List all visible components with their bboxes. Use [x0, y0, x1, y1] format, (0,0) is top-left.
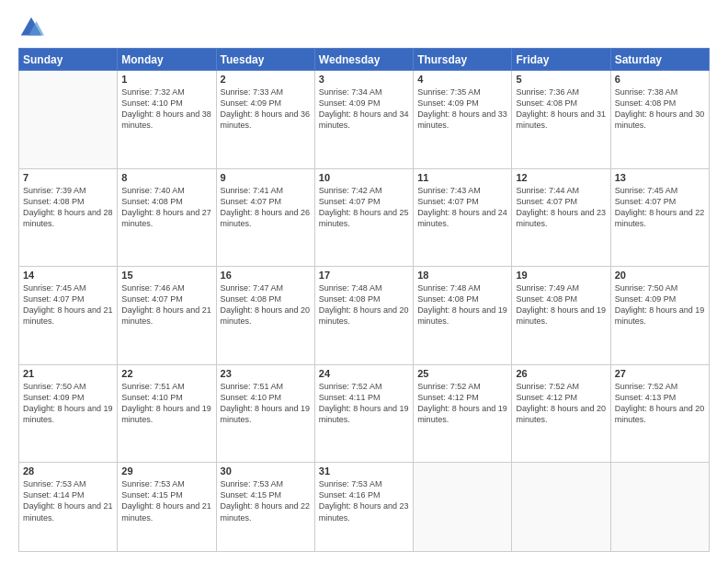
calendar-cell: 21Sunrise: 7:50 AMSunset: 4:09 PMDayligh… — [19, 364, 118, 463]
week-row-4: 21Sunrise: 7:50 AMSunset: 4:09 PMDayligh… — [19, 364, 710, 463]
day-number: 25 — [417, 368, 507, 379]
calendar-table: SundayMondayTuesdayWednesdayThursdayFrid… — [18, 48, 710, 552]
calendar-cell: 18Sunrise: 7:48 AMSunset: 4:08 PMDayligh… — [414, 267, 512, 365]
calendar-header-row: SundayMondayTuesdayWednesdayThursdayFrid… — [19, 49, 710, 71]
calendar-cell — [19, 71, 118, 169]
calendar-cell: 10Sunrise: 7:42 AMSunset: 4:07 PMDayligh… — [314, 168, 413, 267]
day-number: 30 — [221, 465, 311, 477]
calendar-cell: 29Sunrise: 7:53 AMSunset: 4:15 PMDayligh… — [118, 463, 216, 552]
calendar-cell: 7Sunrise: 7:39 AMSunset: 4:08 PMDaylight… — [19, 168, 118, 267]
day-number: 21 — [23, 368, 113, 379]
day-header-thursday: Thursday — [414, 49, 512, 71]
cell-info: Sunrise: 7:53 AMSunset: 4:16 PMDaylight:… — [319, 478, 409, 523]
day-number: 10 — [319, 172, 409, 183]
day-number: 28 — [23, 465, 113, 477]
day-header-sunday: Sunday — [19, 49, 118, 71]
cell-info: Sunrise: 7:52 AMSunset: 4:12 PMDaylight:… — [417, 381, 507, 426]
calendar-cell: 13Sunrise: 7:45 AMSunset: 4:07 PMDayligh… — [610, 168, 709, 267]
calendar-cell: 6Sunrise: 7:38 AMSunset: 4:08 PMDaylight… — [610, 71, 709, 169]
day-header-wednesday: Wednesday — [314, 49, 413, 71]
cell-info: Sunrise: 7:44 AMSunset: 4:07 PMDaylight:… — [516, 185, 606, 230]
cell-info: Sunrise: 7:43 AMSunset: 4:07 PMDaylight:… — [417, 185, 507, 230]
calendar-cell: 22Sunrise: 7:51 AMSunset: 4:10 PMDayligh… — [118, 364, 216, 463]
calendar-cell: 2Sunrise: 7:33 AMSunset: 4:09 PMDaylight… — [216, 71, 314, 169]
calendar-cell: 27Sunrise: 7:52 AMSunset: 4:13 PMDayligh… — [610, 364, 709, 463]
day-number: 4 — [417, 74, 507, 85]
day-number: 5 — [516, 74, 606, 85]
cell-info: Sunrise: 7:38 AMSunset: 4:08 PMDaylight:… — [615, 86, 705, 132]
calendar-cell: 23Sunrise: 7:51 AMSunset: 4:10 PMDayligh… — [216, 364, 314, 463]
calendar-cell: 28Sunrise: 7:53 AMSunset: 4:14 PMDayligh… — [19, 463, 118, 552]
cell-info: Sunrise: 7:32 AMSunset: 4:10 PMDaylight:… — [121, 86, 211, 132]
cell-info: Sunrise: 7:39 AMSunset: 4:08 PMDaylight:… — [23, 185, 113, 230]
calendar-cell — [414, 463, 512, 552]
day-number: 20 — [615, 270, 705, 281]
calendar-cell: 17Sunrise: 7:48 AMSunset: 4:08 PMDayligh… — [314, 267, 413, 365]
calendar-cell: 3Sunrise: 7:34 AMSunset: 4:09 PMDaylight… — [314, 71, 413, 169]
cell-info: Sunrise: 7:45 AMSunset: 4:07 PMDaylight:… — [23, 282, 113, 327]
day-number: 17 — [319, 270, 409, 281]
day-number: 26 — [516, 368, 606, 379]
page: SundayMondayTuesdayWednesdayThursdayFrid… — [0, 0, 728, 563]
day-number: 11 — [417, 172, 507, 183]
calendar-cell: 26Sunrise: 7:52 AMSunset: 4:12 PMDayligh… — [512, 364, 610, 463]
day-number: 6 — [615, 74, 705, 85]
week-row-3: 14Sunrise: 7:45 AMSunset: 4:07 PMDayligh… — [19, 267, 710, 365]
calendar-cell: 9Sunrise: 7:41 AMSunset: 4:07 PMDaylight… — [216, 168, 314, 267]
calendar-cell: 12Sunrise: 7:44 AMSunset: 4:07 PMDayligh… — [512, 168, 610, 267]
day-number: 24 — [319, 368, 409, 379]
calendar-cell: 11Sunrise: 7:43 AMSunset: 4:07 PMDayligh… — [414, 168, 512, 267]
calendar-cell: 8Sunrise: 7:40 AMSunset: 4:08 PMDaylight… — [118, 168, 216, 267]
cell-info: Sunrise: 7:36 AMSunset: 4:08 PMDaylight:… — [516, 86, 606, 132]
day-number: 9 — [221, 172, 311, 183]
day-number: 8 — [121, 172, 211, 183]
calendar-cell — [610, 463, 709, 552]
day-number: 13 — [615, 172, 705, 183]
week-row-1: 1Sunrise: 7:32 AMSunset: 4:10 PMDaylight… — [19, 71, 710, 169]
day-number: 18 — [417, 270, 507, 281]
cell-info: Sunrise: 7:47 AMSunset: 4:08 PMDaylight:… — [221, 282, 311, 327]
cell-info: Sunrise: 7:48 AMSunset: 4:08 PMDaylight:… — [417, 282, 507, 327]
cell-info: Sunrise: 7:40 AMSunset: 4:08 PMDaylight:… — [121, 185, 211, 230]
logo — [18, 15, 48, 40]
day-number: 15 — [121, 270, 211, 281]
calendar-cell: 24Sunrise: 7:52 AMSunset: 4:11 PMDayligh… — [314, 364, 413, 463]
cell-info: Sunrise: 7:53 AMSunset: 4:15 PMDaylight:… — [121, 478, 211, 523]
calendar-cell: 16Sunrise: 7:47 AMSunset: 4:08 PMDayligh… — [216, 267, 314, 365]
calendar-cell — [512, 463, 610, 552]
calendar-cell: 4Sunrise: 7:35 AMSunset: 4:09 PMDaylight… — [414, 71, 512, 169]
day-number: 12 — [516, 172, 606, 183]
calendar-cell: 14Sunrise: 7:45 AMSunset: 4:07 PMDayligh… — [19, 267, 118, 365]
day-number: 31 — [319, 465, 409, 477]
cell-info: Sunrise: 7:42 AMSunset: 4:07 PMDaylight:… — [319, 185, 409, 230]
cell-info: Sunrise: 7:53 AMSunset: 4:15 PMDaylight:… — [221, 478, 311, 523]
cell-info: Sunrise: 7:52 AMSunset: 4:12 PMDaylight:… — [516, 381, 606, 426]
cell-info: Sunrise: 7:53 AMSunset: 4:14 PMDaylight:… — [23, 478, 113, 523]
cell-info: Sunrise: 7:48 AMSunset: 4:08 PMDaylight:… — [319, 282, 409, 327]
cell-info: Sunrise: 7:49 AMSunset: 4:08 PMDaylight:… — [516, 282, 606, 327]
day-number: 14 — [23, 270, 113, 281]
day-number: 7 — [23, 172, 113, 183]
calendar-cell: 31Sunrise: 7:53 AMSunset: 4:16 PMDayligh… — [314, 463, 413, 552]
calendar-cell: 25Sunrise: 7:52 AMSunset: 4:12 PMDayligh… — [414, 364, 512, 463]
cell-info: Sunrise: 7:46 AMSunset: 4:07 PMDaylight:… — [121, 282, 211, 327]
calendar-cell: 19Sunrise: 7:49 AMSunset: 4:08 PMDayligh… — [512, 267, 610, 365]
cell-info: Sunrise: 7:51 AMSunset: 4:10 PMDaylight:… — [221, 381, 311, 426]
day-number: 1 — [121, 74, 211, 85]
cell-info: Sunrise: 7:33 AMSunset: 4:09 PMDaylight:… — [221, 86, 311, 132]
week-row-5: 28Sunrise: 7:53 AMSunset: 4:14 PMDayligh… — [19, 463, 710, 552]
day-number: 27 — [615, 368, 705, 379]
cell-info: Sunrise: 7:35 AMSunset: 4:09 PMDaylight:… — [417, 86, 507, 132]
day-number: 19 — [516, 270, 606, 281]
calendar-cell: 30Sunrise: 7:53 AMSunset: 4:15 PMDayligh… — [216, 463, 314, 552]
calendar-cell: 1Sunrise: 7:32 AMSunset: 4:10 PMDaylight… — [118, 71, 216, 169]
cell-info: Sunrise: 7:45 AMSunset: 4:07 PMDaylight:… — [615, 185, 705, 230]
cell-info: Sunrise: 7:52 AMSunset: 4:11 PMDaylight:… — [319, 381, 409, 426]
day-header-saturday: Saturday — [610, 49, 709, 71]
header — [18, 15, 710, 40]
cell-info: Sunrise: 7:34 AMSunset: 4:09 PMDaylight:… — [319, 86, 409, 132]
day-number: 23 — [221, 368, 311, 379]
day-number: 29 — [121, 465, 211, 477]
day-number: 3 — [319, 74, 409, 85]
cell-info: Sunrise: 7:52 AMSunset: 4:13 PMDaylight:… — [615, 381, 705, 426]
